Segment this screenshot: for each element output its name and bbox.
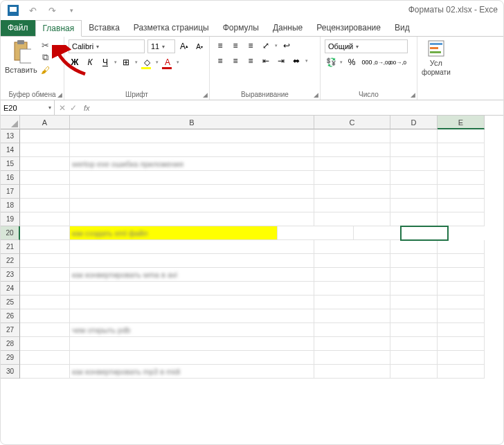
underline-button[interactable]: Ч — [99, 56, 111, 69]
italic-button[interactable]: К — [84, 56, 96, 69]
column-header-B[interactable]: B — [70, 116, 314, 129]
cell[interactable] — [438, 309, 485, 323]
cell[interactable]: wertop exe ошибка приложения — [70, 157, 314, 171]
cell[interactable] — [20, 296, 70, 309]
cell[interactable] — [20, 282, 70, 296]
align-middle-icon[interactable]: ≡ — [229, 39, 242, 52]
row-header[interactable]: 13 — [1, 129, 20, 143]
tab-insert[interactable]: Вставка — [82, 20, 127, 36]
column-header-E[interactable]: E — [438, 116, 485, 129]
cell[interactable] — [314, 365, 390, 379]
merge-icon[interactable]: ⬌ — [290, 55, 303, 67]
cell[interactable] — [438, 365, 485, 379]
cell[interactable] — [20, 309, 70, 323]
cell[interactable] — [438, 157, 485, 171]
cell[interactable] — [70, 337, 314, 351]
cell[interactable] — [20, 157, 70, 171]
tab-page-layout[interactable]: Разметка страницы — [127, 20, 216, 36]
decrease-indent-icon[interactable]: ⇤ — [260, 55, 272, 67]
cell[interactable]: как создать xml файл — [70, 226, 278, 240]
tab-file[interactable]: Файл — [1, 20, 35, 36]
row-header[interactable]: 18 — [1, 199, 20, 212]
decrease-font-icon[interactable]: A▾ — [193, 40, 206, 53]
tab-home[interactable]: Главная — [35, 20, 82, 37]
cell[interactable] — [390, 199, 438, 212]
cell[interactable] — [314, 157, 390, 171]
align-right-icon[interactable]: ≡ — [244, 55, 257, 67]
undo-icon[interactable]: ↶ — [27, 5, 38, 16]
orientation-icon[interactable]: ⤢ — [260, 39, 272, 52]
accounting-format-icon[interactable]: 💱 — [325, 56, 337, 69]
qat-customize-icon[interactable]: ▾ — [66, 5, 77, 16]
cell[interactable] — [390, 268, 438, 282]
cell[interactable] — [314, 323, 390, 337]
align-top-icon[interactable]: ≡ — [214, 39, 226, 52]
border-icon[interactable]: ⊞ — [120, 56, 132, 69]
cell[interactable] — [70, 143, 314, 157]
cell[interactable] — [70, 171, 314, 185]
cell[interactable] — [70, 240, 314, 254]
conditional-format-button[interactable]: Усл формати — [422, 39, 451, 76]
name-box-dropdown-icon[interactable]: ▾ — [48, 105, 51, 111]
increase-font-icon[interactable]: A▴ — [178, 40, 190, 53]
cut-icon[interactable]: ✂ — [40, 39, 51, 51]
row-header[interactable]: 20 — [1, 226, 20, 240]
tab-view[interactable]: Вид — [388, 20, 417, 36]
cell[interactable] — [314, 309, 390, 323]
cell[interactable] — [438, 199, 485, 212]
cell[interactable] — [20, 337, 70, 351]
cell[interactable] — [438, 296, 485, 309]
row-header[interactable]: 28 — [1, 337, 20, 351]
cell[interactable] — [70, 129, 314, 143]
increase-indent-icon[interactable]: ⇥ — [275, 55, 287, 67]
font-color-icon[interactable]: A — [161, 56, 174, 69]
cancel-formula-icon[interactable]: ✕ — [59, 103, 66, 113]
column-header-C[interactable]: C — [314, 116, 390, 129]
cell[interactable] — [314, 296, 390, 309]
copy-icon[interactable]: ⧉ — [40, 52, 51, 63]
cell[interactable] — [20, 143, 70, 157]
cell[interactable] — [314, 185, 390, 199]
cell[interactable] — [314, 199, 390, 212]
row-header[interactable]: 22 — [1, 254, 20, 268]
cell[interactable] — [438, 185, 485, 199]
cell[interactable] — [390, 323, 438, 337]
cell[interactable] — [70, 309, 314, 323]
row-header[interactable]: 21 — [1, 240, 20, 254]
font-name-combo[interactable]: Calibri▾ — [69, 39, 145, 53]
cell[interactable] — [70, 185, 314, 199]
comma-icon[interactable]: 000 — [361, 56, 373, 69]
cell[interactable] — [314, 212, 390, 226]
cell[interactable] — [70, 254, 314, 268]
cell[interactable] — [278, 226, 354, 240]
cell[interactable] — [438, 282, 485, 296]
paste-button[interactable]: Вставить — [5, 39, 37, 74]
cell[interactable] — [438, 240, 485, 254]
cell[interactable] — [70, 212, 314, 226]
fill-color-icon[interactable]: ◇ — [141, 56, 153, 69]
cell[interactable]: чем открыть pdb — [70, 323, 314, 337]
row-header[interactable]: 14 — [1, 143, 20, 157]
cell[interactable] — [390, 296, 438, 309]
name-box[interactable]: E20 ▾ — [1, 100, 55, 115]
row-header[interactable]: 16 — [1, 171, 20, 185]
cell[interactable] — [438, 143, 485, 157]
cell[interactable] — [390, 365, 438, 379]
bold-button[interactable]: Ж — [69, 56, 81, 69]
cell[interactable] — [438, 337, 485, 351]
save-icon[interactable] — [8, 5, 19, 16]
cell[interactable] — [390, 157, 438, 171]
cell[interactable] — [390, 337, 438, 351]
cell[interactable] — [390, 351, 438, 365]
row-header[interactable]: 27 — [1, 323, 20, 337]
font-dialog-launcher-icon[interactable]: ◢ — [203, 91, 208, 98]
cell[interactable] — [20, 268, 70, 282]
row-header[interactable]: 25 — [1, 296, 20, 309]
increase-decimal-icon[interactable]: ,0→,00 — [376, 56, 388, 69]
row-header[interactable]: 19 — [1, 212, 20, 226]
cell[interactable]: как конвертировать mp3 в midi — [70, 365, 314, 379]
font-size-combo[interactable]: 11▾ — [147, 39, 175, 53]
cell[interactable] — [20, 171, 70, 185]
format-painter-icon[interactable]: 🖌 — [40, 64, 51, 75]
row-header[interactable]: 29 — [1, 351, 20, 365]
